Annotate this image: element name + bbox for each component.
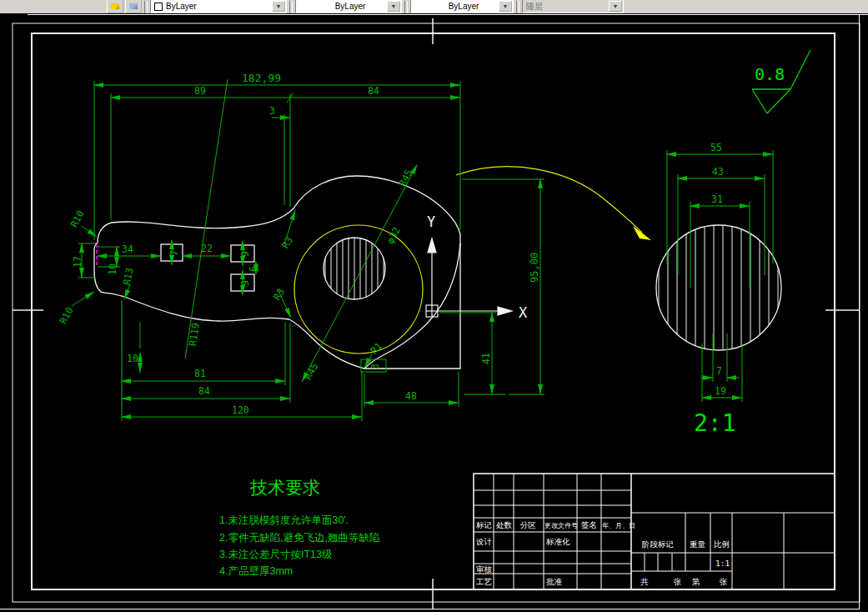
dim-overall: 182,99: [242, 72, 281, 84]
detail-view: 55 43 31 7 19 2:1: [656, 142, 781, 437]
chevron-down-icon: ▼: [499, 1, 512, 12]
tb-standardization-label: 标准化: [545, 537, 570, 546]
dim-84: 84: [368, 85, 379, 97]
layers-stack-icon: [129, 3, 138, 9]
drawing-canvas[interactable]: X Y: [0, 13, 868, 612]
dim-r1: R1: [368, 340, 384, 357]
tb-scale-value: 1:1: [715, 559, 730, 568]
dim-81: 81: [194, 368, 206, 379]
tech-requirements-title: 技术要求: [249, 478, 320, 497]
detail-scale-label: 2:1: [694, 409, 736, 437]
detail-leader-curve: [456, 167, 642, 233]
tb-header-doc-no: 更改文件号: [544, 522, 578, 529]
dim-6: 6: [248, 266, 259, 272]
dim-r3b: R3: [271, 286, 287, 302]
dim-r13: R13: [121, 267, 136, 286]
title-block: 标记 处数 分区 更改文件号 签名 年、月、日 设计 标准化 审核 工艺 批准 …: [474, 474, 835, 589]
surface-roughness-value: 0.8: [755, 64, 785, 84]
toolbar-separator: [289, 1, 293, 13]
technical-requirements: 技术要求 1.未注脱模斜度允许单面30'. 2.零件无缺陷,避免飞边,翘曲等缺陷…: [219, 478, 379, 577]
ucs-y-label: Y: [427, 213, 435, 230]
layer-tool-icon: [111, 3, 119, 9]
dimension-texts: 182,99 89 84 3 34 22 17 10 7 9 9 6 R10 R…: [58, 72, 540, 416]
dim-10v: 10: [107, 263, 118, 275]
detail-leader-arrowhead: [633, 226, 651, 240]
tb-weight-label: 重量: [690, 539, 706, 549]
plotstyle-control-value: 随层: [526, 1, 543, 13]
auxiliary-circle: [294, 167, 642, 354]
dim-9b: 9: [239, 280, 251, 286]
dim-7: 7: [168, 250, 180, 256]
color-control-value: ByLayer: [166, 2, 197, 11]
dim-phi32: φ32: [384, 225, 403, 246]
lineweight-control-dropdown[interactable]: ByLayer ▼: [410, 0, 514, 13]
dim-19: 19: [715, 385, 726, 397]
color-swatch-icon: [154, 3, 163, 11]
detail-dimension-lines: [667, 150, 773, 402]
dim-22: 22: [201, 243, 213, 254]
tb-approve-label: 批准: [546, 577, 563, 586]
toolbar-separator: [404, 1, 408, 13]
dim-41: 41: [480, 353, 492, 364]
layers-dialog-button[interactable]: [125, 0, 142, 13]
surface-roughness-symbol: 0.8: [752, 50, 810, 113]
make-object-layer-button[interactable]: [107, 0, 123, 13]
dim-r10a: R10: [68, 208, 87, 229]
tb-stage-label: 阶段标记: [642, 539, 674, 549]
chevron-down-icon: ▼: [272, 1, 285, 12]
dim-r3a: R3: [279, 234, 295, 250]
color-control-dropdown[interactable]: ByLayer ▼: [150, 0, 287, 13]
tb-sheet-unit2: 张: [720, 577, 728, 586]
toolbar-separator: [144, 1, 148, 13]
tb-scale-label: 比例: [714, 539, 730, 549]
tb-design-label: 设计: [475, 537, 493, 546]
tech-requirement-line: 2.零件无缺陷,避免飞边,翘曲等缺陷: [219, 532, 379, 544]
centering-tick-marks: [13, 18, 860, 609]
dim-31: 31: [711, 193, 723, 205]
toolbar-separator: [516, 1, 519, 13]
tb-process-label: 工艺: [476, 577, 493, 586]
tb-header-mark: 标记: [475, 520, 492, 529]
chevron-down-icon: ▼: [609, 1, 622, 12]
tb-sheet-unit1: 张: [674, 577, 682, 586]
ucs-icon: [426, 238, 512, 317]
ucs-x-label: X: [519, 304, 528, 321]
tb-header-count: 处数: [496, 520, 513, 529]
dim-r45b: R45: [302, 361, 320, 382]
dim-17: 17: [72, 256, 83, 268]
dim-84b: 84: [198, 385, 210, 397]
dim-r119: R119: [187, 322, 202, 346]
tech-requirement-line: 4.产品壁厚3mm: [219, 565, 293, 577]
object-properties-toolbar: ByLayer ▼ ByLayer ▼ ByLayer ▼ 随层 ▼: [0, 0, 868, 13]
tb-review-label: 审核: [476, 564, 493, 574]
dim-3b: 3: [369, 364, 381, 369]
dim-43: 43: [712, 166, 724, 178]
dim-r45a: R45: [396, 168, 414, 188]
dim-3: 3: [269, 105, 275, 117]
tb-header-date: 年、月、日: [602, 522, 635, 529]
tb-header-zone: 分区: [519, 520, 536, 529]
linetype-control-value: ByLayer: [335, 2, 366, 11]
lineweight-control-value: ByLayer: [449, 2, 479, 11]
dim-55: 55: [710, 142, 722, 153]
plotstyle-control-dropdown[interactable]: 随层 ▼: [522, 0, 624, 13]
dim-120: 120: [232, 404, 249, 416]
dim-d7: 7: [716, 365, 722, 377]
tech-requirement-line: 3.未注公差尺寸按IT13级: [219, 549, 333, 560]
dim-89: 89: [194, 85, 206, 97]
dim-10b: 10: [127, 353, 138, 364]
chevron-down-icon: ▼: [387, 1, 400, 12]
tb-sheet-no: 第: [692, 577, 700, 586]
dim-r10b: R10: [58, 305, 76, 326]
tb-sheet-total: 共: [640, 577, 649, 586]
tech-requirement-line: 1.未注脱模斜度允许单面30'.: [219, 514, 349, 526]
dim-34: 34: [122, 243, 133, 255]
detail-hatch: [659, 223, 778, 352]
dim-95: 95,00: [529, 253, 540, 283]
dim-48: 48: [405, 390, 417, 402]
part-outline: [94, 176, 460, 369]
bore-hatched: [324, 233, 385, 304]
window-edges: [0, 15, 868, 610]
linetype-control-dropdown[interactable]: ByLayer ▼: [295, 0, 402, 13]
tb-header-signature: 签名: [581, 520, 597, 529]
